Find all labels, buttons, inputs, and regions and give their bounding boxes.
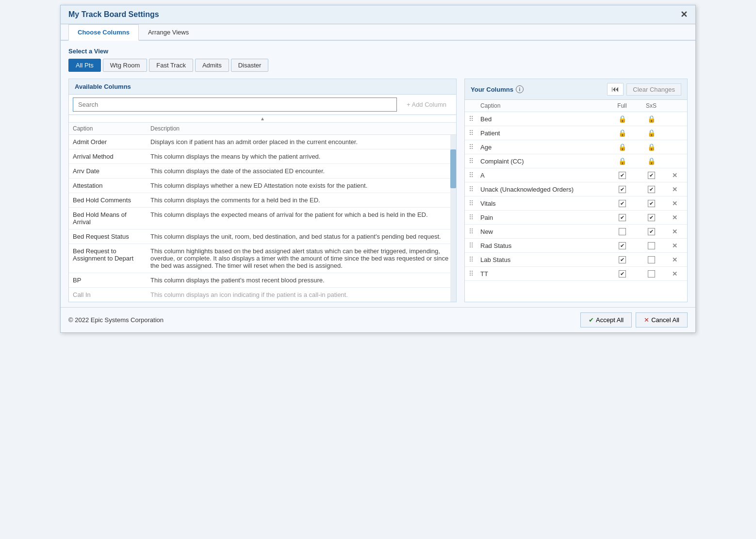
lock-full-icon: 🔒 — [618, 115, 626, 123]
drag-handle-icon[interactable]: ⠿ — [469, 115, 480, 123]
row-caption: Attestation — [69, 179, 147, 193]
remove-button[interactable]: ✕ — [666, 172, 683, 179]
add-column-button[interactable]: + Add Column — [401, 98, 452, 111]
your-columns-header: Your Columns i ⏮ Clear Changes — [465, 79, 687, 100]
full-checkbox[interactable]: ✔ — [619, 256, 626, 263]
full-checkbox[interactable]: ✔ — [619, 200, 626, 207]
view-btn-admits[interactable]: Admits — [195, 59, 229, 72]
column-label: Bed — [480, 115, 608, 123]
full-checkbox[interactable]: ✔ — [619, 242, 626, 249]
table-row: Bed Request to Assignment to Depart This… — [69, 244, 456, 273]
full-checkbox[interactable]: ✔ — [619, 186, 626, 193]
remove-button[interactable]: ✕ — [666, 228, 683, 235]
two-panel: Available Columns + Add Column ▲ Caption… — [68, 79, 688, 302]
your-columns-row: ⠿ Vitals ✔ ✔ ✕ — [465, 196, 687, 211]
table-row: Bed Hold Means of Arrival This column di… — [69, 208, 456, 229]
drag-handle-icon[interactable]: ⠿ — [469, 228, 480, 235]
clear-changes-button[interactable]: Clear Changes — [626, 83, 681, 96]
row-caption: Call In — [69, 288, 147, 302]
lock-full-icon: 🔒 — [618, 157, 626, 165]
drag-handle-icon[interactable]: ⠿ — [469, 157, 480, 165]
available-columns-header: Available Columns — [69, 79, 456, 95]
table-row: Bed Hold Comments This column displays t… — [69, 193, 456, 208]
search-input[interactable] — [73, 98, 397, 112]
column-label: Pain — [480, 214, 608, 221]
full-checkbox[interactable]: ✔ — [619, 214, 626, 221]
footer-actions: ✔ Accept All ✕ Cancel All — [580, 312, 688, 327]
available-col-headers: Caption Description — [69, 123, 456, 135]
remove-button[interactable]: ✕ — [666, 270, 683, 278]
remove-button[interactable]: ✕ — [666, 186, 683, 193]
row-description: This column displays the comments for a … — [147, 193, 456, 208]
available-columns-table: Admit Order Displays icon if patient has… — [69, 135, 456, 302]
sxs-checkbox[interactable] — [648, 270, 655, 278]
table-row: Admit Order Displays icon if patient has… — [69, 135, 456, 149]
remove-button[interactable]: ✕ — [666, 256, 683, 263]
info-icon[interactable]: i — [516, 85, 524, 93]
column-label: TT — [480, 270, 608, 278]
left-scrollbar-thumb[interactable] — [450, 149, 456, 188]
drag-handle-icon[interactable]: ⠿ — [469, 171, 480, 179]
tabs-row: Choose Columns Arrange Views — [61, 24, 695, 41]
table-row: Arrival Method This column displays the … — [69, 149, 456, 164]
sxs-checkbox[interactable]: ✔ — [648, 172, 655, 179]
view-btn-disaster[interactable]: Disaster — [231, 59, 269, 72]
remove-button[interactable]: ✕ — [666, 200, 683, 207]
tab-arrange-views[interactable]: Arrange Views — [139, 24, 198, 41]
dialog-body: Select a View All Pts Wtg Room Fast Trac… — [61, 41, 695, 307]
drag-handle-icon[interactable]: ⠿ — [469, 270, 480, 278]
drag-handle-icon[interactable]: ⠿ — [469, 199, 480, 207]
dialog-footer: © 2022 Epic Systems Corporation ✔ Accept… — [61, 307, 695, 332]
full-checkbox[interactable]: ✔ — [619, 172, 626, 179]
drag-handle-icon[interactable]: ⠿ — [469, 143, 480, 151]
drag-handle-icon[interactable]: ⠿ — [469, 129, 480, 137]
your-columns-row: ⠿ Bed 🔒 🔒 — [465, 112, 687, 126]
drag-handle-icon[interactable]: ⠿ — [469, 256, 480, 263]
dialog-title: My Track Board Settings — [68, 10, 159, 19]
your-columns-row: ⠿ Lab Status ✔ ✕ — [465, 253, 687, 267]
available-columns-table-container: Admit Order Displays icon if patient has… — [69, 135, 456, 302]
accept-all-button[interactable]: ✔ Accept All — [580, 312, 632, 327]
table-row: Attestation This column displays whether… — [69, 179, 456, 193]
your-columns-row: ⠿ Age 🔒 🔒 — [465, 140, 687, 154]
lock-sxs-icon: 🔒 — [647, 115, 656, 123]
drag-handle-icon[interactable]: ⠿ — [469, 242, 480, 249]
column-label: Unack (Unacknowledged Orders) — [480, 186, 608, 193]
table-row: Arrv Date This column displays the date … — [69, 164, 456, 179]
available-columns-table-wrapper: Admit Order Displays icon if patient has… — [69, 135, 456, 302]
tab-choose-columns[interactable]: Choose Columns — [68, 24, 139, 41]
row-description: This column displays the date of the ass… — [147, 164, 456, 179]
table-row: Bed Request Status This column displays … — [69, 229, 456, 244]
scroll-up-arrow[interactable]: ▲ — [69, 115, 456, 123]
close-button[interactable]: ✕ — [680, 10, 688, 19]
dialog: My Track Board Settings ✕ Choose Columns… — [60, 5, 696, 333]
lock-full-icon: 🔒 — [618, 129, 626, 137]
row-description: This column displays an icon indicating … — [147, 288, 456, 302]
view-btn-wtg-room[interactable]: Wtg Room — [103, 59, 147, 72]
full-checkbox[interactable]: ✔ — [619, 270, 626, 278]
left-scrollbar[interactable] — [450, 135, 456, 302]
row-caption: Bed Request Status — [69, 229, 147, 244]
view-btn-fast-track[interactable]: Fast Track — [149, 59, 193, 72]
cancel-all-button[interactable]: ✕ Cancel All — [636, 312, 688, 327]
sxs-checkbox[interactable]: ✔ — [648, 186, 655, 193]
view-btn-all-pts[interactable]: All Pts — [68, 59, 101, 72]
your-columns-row: ⠿ Pain ✔ ✔ ✕ — [465, 211, 687, 225]
sxs-checkbox[interactable]: ✔ — [648, 200, 655, 207]
select-view-label: Select a View — [68, 48, 688, 55]
column-label: Patient — [480, 130, 608, 137]
reset-button[interactable]: ⏮ — [607, 83, 624, 96]
column-label: Vitals — [480, 200, 608, 207]
sxs-checkbox[interactable]: ✔ — [648, 228, 655, 235]
your-columns-row: ⠿ Patient 🔒 🔒 — [465, 126, 687, 140]
drag-handle-icon[interactable]: ⠿ — [469, 213, 480, 221]
remove-button[interactable]: ✕ — [666, 242, 683, 249]
sxs-checkbox[interactable]: ✔ — [648, 214, 655, 221]
row-caption: Bed Hold Comments — [69, 193, 147, 208]
column-label: Complaint (CC) — [480, 158, 608, 165]
remove-button[interactable]: ✕ — [666, 214, 683, 221]
drag-handle-icon[interactable]: ⠿ — [469, 185, 480, 193]
sxs-checkbox[interactable] — [648, 256, 655, 263]
full-checkbox[interactable] — [619, 228, 626, 235]
sxs-checkbox[interactable] — [648, 242, 655, 249]
